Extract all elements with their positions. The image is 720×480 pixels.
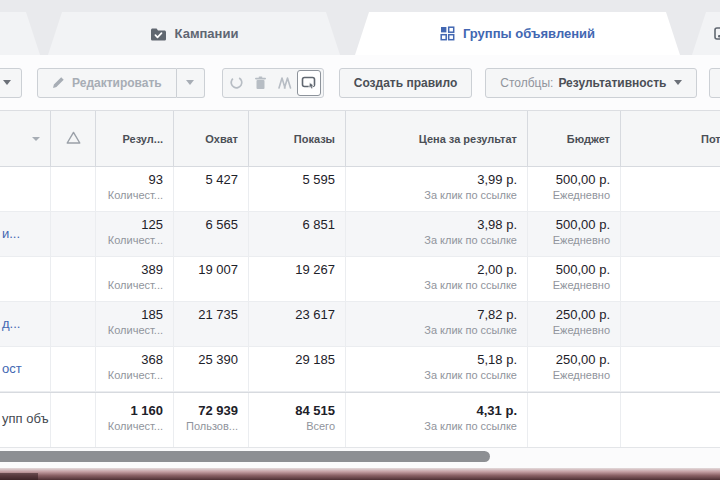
spent-cell xyxy=(620,212,720,256)
alert-cell xyxy=(50,257,95,301)
horizontal-scrollbar-track[interactable] xyxy=(0,448,720,468)
spent-cell xyxy=(620,167,720,211)
results-cell: 93Количест... xyxy=(95,167,173,211)
folder-check-icon xyxy=(150,27,167,41)
budget-cell: 500,00 р.Ежедневно xyxy=(527,167,620,211)
edit-split-button: Редактировать xyxy=(37,68,205,98)
summary-spent-cell xyxy=(620,393,720,447)
trash-icon[interactable] xyxy=(249,70,273,96)
cost-per-result-cell: 5,18 р.За клик по ссылке xyxy=(345,347,527,391)
header-alert[interactable] xyxy=(50,111,95,166)
budget-cell: 250,00 р.Ежедневно xyxy=(527,302,620,346)
results-cell: 368Количест... xyxy=(95,347,173,391)
chevron-down-icon xyxy=(674,80,682,85)
columns-dropdown[interactable]: Столбцы: Результативность xyxy=(485,68,697,98)
tab-bar: Кампании Группы объявлений О xyxy=(0,0,720,55)
reach-cell: 6 565 xyxy=(173,212,248,256)
header-spent[interactable]: Пот xyxy=(620,111,720,166)
impressions-cell: 29 185 xyxy=(248,347,345,391)
create-rule-button[interactable]: Создать правило xyxy=(339,68,472,98)
ab-test-icon[interactable] xyxy=(273,70,297,96)
impressions-cell: 6 851 xyxy=(248,212,345,256)
table-body: 93Количест... 5 427 5 595 3,99 р.За клик… xyxy=(0,167,720,392)
chevron-down-icon xyxy=(3,80,11,85)
background-window-edge xyxy=(0,468,720,480)
budget-cell: 250,00 р.Ежедневно xyxy=(527,347,620,391)
toolbar: Редактировать Создать правило Сто xyxy=(0,55,720,110)
breakdown-button-partial[interactable]: Р xyxy=(709,68,720,98)
header-impressions[interactable]: Показы xyxy=(248,111,345,166)
results-cell: 125Количест... xyxy=(95,212,173,256)
table-row[interactable]: д... 185Количест... 21 735 23 617 7,82 р… xyxy=(0,302,720,347)
impressions-cell: 19 267 xyxy=(248,257,345,301)
edit-button-label: Редактировать xyxy=(72,76,162,90)
actions-icon-group xyxy=(222,68,324,98)
columns-prefix-label: Столбцы: xyxy=(500,76,553,90)
header-cost-per-result[interactable]: Цена за результат xyxy=(345,111,527,166)
chevron-down-icon xyxy=(186,80,194,85)
edit-dropdown-button[interactable] xyxy=(177,68,205,98)
header-budget[interactable]: Бюджет xyxy=(527,111,620,166)
cost-per-result-cell: 3,98 р.За клик по ссылке xyxy=(345,212,527,256)
ads-manager-screen: Кампании Группы объявлений О Редактирова xyxy=(0,0,720,480)
tab-account-partial[interactable] xyxy=(0,12,40,55)
partial-dropdown-button[interactable] xyxy=(0,68,22,98)
header-reach[interactable]: Охват xyxy=(173,111,248,166)
spent-cell xyxy=(620,302,720,346)
cost-per-result-cell: 3,99 р.За клик по ссылке xyxy=(345,167,527,211)
results-cell: 389Количест... xyxy=(95,257,173,301)
pencil-icon xyxy=(52,76,65,89)
adset-name-cell[interactable] xyxy=(0,167,50,211)
summary-reach-cell: 72 939Пользов... xyxy=(173,393,248,447)
table-row[interactable]: 93Количест... 5 427 5 595 3,99 р.За клик… xyxy=(0,167,720,212)
results-cell: 185Количест... xyxy=(95,302,173,346)
alert-cell xyxy=(50,167,95,211)
header-name[interactable] xyxy=(0,111,50,166)
tab-ads-partial[interactable]: О xyxy=(692,12,720,55)
budget-cell: 500,00 р.Ежедневно xyxy=(527,257,620,301)
table-header: Резул... Охват Показы Цена за результат … xyxy=(0,110,720,167)
tab-adsets-label: Группы объявлений xyxy=(463,26,595,41)
horizontal-scrollbar-thumb[interactable] xyxy=(0,451,490,462)
header-results[interactable]: Резул... xyxy=(95,111,173,166)
summary-budget-cell xyxy=(527,393,620,447)
background-window-corner xyxy=(0,473,38,480)
device-icon xyxy=(714,27,720,40)
cost-per-result-cell: 2,00 р.За клик по ссылке xyxy=(345,257,527,301)
summary-row: упп объ 1 160Количест... 72 939Пользов..… xyxy=(0,392,720,448)
sort-caret-icon xyxy=(32,137,40,141)
grid-icon xyxy=(440,26,455,41)
tag-pointer-icon[interactable] xyxy=(297,70,321,96)
adset-name-cell[interactable]: д... xyxy=(0,302,50,346)
tab-campaigns[interactable]: Кампании xyxy=(48,12,340,55)
reach-cell: 5 427 xyxy=(173,167,248,211)
reach-cell: 25 390 xyxy=(173,347,248,391)
budget-cell: 500,00 р.Ежедневно xyxy=(527,212,620,256)
columns-value-label: Результативность xyxy=(558,76,666,90)
summary-cost-per-result-cell: 4,31 р.За клик по ссылке xyxy=(345,393,527,447)
summary-results-cell: 1 160Количест... xyxy=(95,393,173,447)
table-row[interactable]: и... 125Количест... 6 565 6 851 3,98 р.З… xyxy=(0,212,720,257)
summary-impressions-cell: 84 515Всего xyxy=(248,393,345,447)
alert-cell xyxy=(50,347,95,391)
impressions-cell: 5 595 xyxy=(248,167,345,211)
table-row[interactable]: 389Количест... 19 007 19 267 2,00 р.За к… xyxy=(0,257,720,302)
adset-name-cell[interactable]: ост xyxy=(0,347,50,391)
adset-name-cell[interactable] xyxy=(0,257,50,301)
summary-name-cell: упп объ xyxy=(0,393,50,447)
edit-button[interactable]: Редактировать xyxy=(37,68,177,98)
cost-per-result-cell: 7,82 р.За клик по ссылке xyxy=(345,302,527,346)
reach-cell: 19 007 xyxy=(173,257,248,301)
refresh-icon[interactable] xyxy=(225,70,249,96)
warning-triangle-icon xyxy=(66,131,81,146)
tab-campaigns-label: Кампании xyxy=(175,26,239,41)
create-rule-label: Создать правило xyxy=(354,76,457,90)
table-row[interactable]: ост 368Количест... 25 390 29 185 5,18 р.… xyxy=(0,347,720,392)
reach-cell: 21 735 xyxy=(173,302,248,346)
alert-cell xyxy=(50,302,95,346)
impressions-cell: 23 617 xyxy=(248,302,345,346)
spent-cell xyxy=(620,347,720,391)
tab-adsets[interactable]: Группы объявлений xyxy=(355,12,680,55)
spent-cell xyxy=(620,257,720,301)
adset-name-cell[interactable]: и... xyxy=(0,212,50,256)
